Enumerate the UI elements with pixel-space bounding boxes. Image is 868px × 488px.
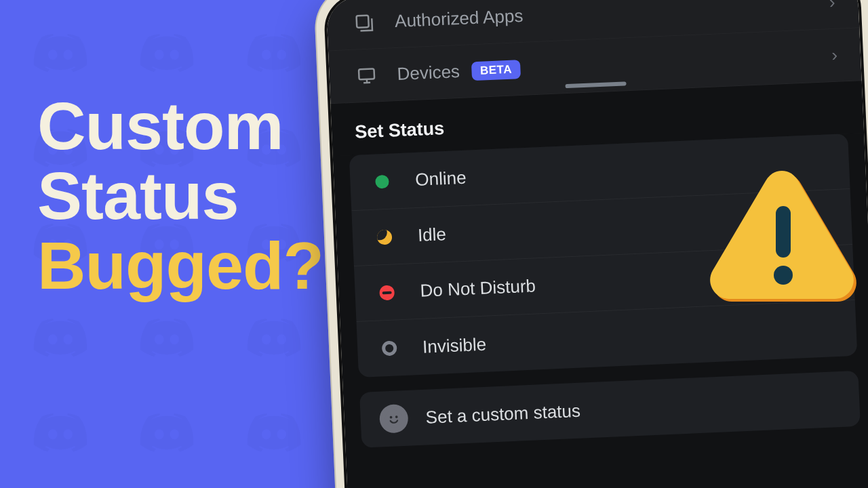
dnd-status-icon [376, 282, 397, 303]
status-option-label: Invisible [422, 333, 487, 357]
chevron-right-icon: › [829, 0, 835, 13]
svg-point-2 [384, 409, 403, 428]
monitor-icon [352, 65, 381, 87]
custom-status-label: Set a custom status [425, 400, 580, 428]
settings-row-label: Devices [397, 61, 460, 85]
sheet-drag-handle[interactable] [565, 81, 626, 88]
status-option-label: Idle [417, 224, 446, 246]
status-option-label: Do Not Disturb [420, 275, 536, 301]
set-custom-status-button[interactable]: Set a custom status [359, 371, 861, 448]
headline-line-2: Status [37, 161, 323, 231]
svg-rect-1 [359, 68, 374, 79]
settings-row-label: Authorized Apps [395, 5, 524, 32]
headline-line-1: Custom [37, 92, 323, 161]
thumbnail-canvas: Custom Status Bugged? Authorized Apps › … [0, 0, 868, 488]
idle-status-icon [374, 226, 395, 247]
invisible-status-icon [379, 338, 400, 359]
emoji-picker-icon [379, 404, 409, 434]
headline: Custom Status Bugged? [37, 92, 323, 301]
chevron-right-icon: › [831, 45, 838, 66]
online-status-icon [372, 171, 393, 192]
svg-rect-0 [357, 15, 369, 27]
headline-line-3: Bugged? [37, 231, 323, 301]
svg-point-6 [774, 266, 793, 285]
authorized-apps-icon [350, 12, 379, 34]
warning-triangle-icon [707, 168, 863, 304]
status-option-label: Online [415, 167, 467, 190]
svg-rect-5 [776, 206, 791, 258]
beta-badge: BETA [471, 60, 520, 81]
